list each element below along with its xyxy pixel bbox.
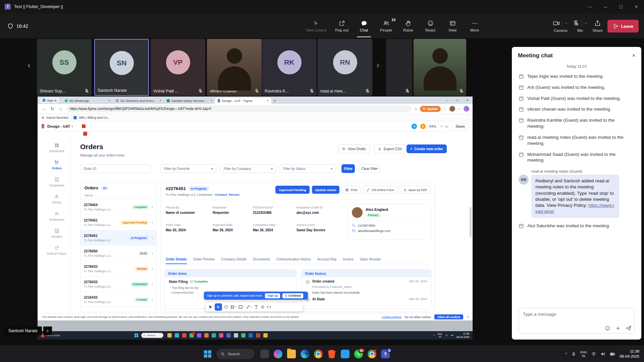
order-row: 2216433TL Flex Holdings LLC Created › bbox=[80, 292, 156, 307]
pop-out-button[interactable]: Pop out bbox=[331, 13, 353, 39]
start-button[interactable] bbox=[204, 350, 211, 358]
status-badge: Submitted bbox=[130, 282, 149, 287]
battery-icon[interactable] bbox=[610, 351, 615, 357]
contact-avatar bbox=[352, 207, 363, 218]
history-event-date: Mar 26, 2024 bbox=[409, 280, 427, 283]
page-title: Orders bbox=[80, 143, 103, 151]
app-icon bbox=[204, 333, 209, 338]
volume-icon[interactable] bbox=[600, 351, 606, 357]
attach-plus-icon[interactable] bbox=[615, 325, 621, 331]
send-icon[interactable] bbox=[626, 325, 632, 331]
react-button[interactable]: React bbox=[419, 13, 441, 39]
chat-close-icon[interactable]: × bbox=[632, 53, 635, 59]
system-message: Tejas Ingle was invited to the meeting. bbox=[519, 73, 635, 79]
maximize-button[interactable]: □ bbox=[613, 0, 629, 13]
chevron-down-icon[interactable] bbox=[584, 21, 588, 25]
message-sender-name: read.ai meeting notes (Guest) bbox=[531, 169, 635, 173]
edge-icon[interactable] bbox=[301, 350, 309, 358]
share-button[interactable]: Share bbox=[592, 20, 603, 33]
raise-hand-button[interactable]: Raise bbox=[397, 13, 419, 39]
browser-tab: Sample Salary Structure with cal...× bbox=[164, 98, 215, 104]
chevron-down-icon: ▾ bbox=[243, 306, 245, 308]
chrome-icon[interactable] bbox=[314, 350, 323, 358]
participant-tile[interactable]: VP Vishal Patil ... bbox=[151, 39, 205, 96]
mic-button[interactable]: Mic bbox=[573, 20, 588, 33]
camera-button[interactable]: Camera bbox=[553, 20, 568, 33]
brave-icon[interactable] bbox=[327, 350, 336, 358]
order-item-status: Complete bbox=[194, 280, 208, 283]
chevron-down-icon[interactable] bbox=[564, 21, 568, 25]
chat-input-box[interactable] bbox=[519, 308, 635, 334]
view-layout-icon bbox=[449, 20, 456, 26]
figma-present-icon: ▷ bbox=[446, 124, 448, 128]
chat-message-list[interactable]: Today 11:21 Tejas Ingle was invited to t… bbox=[512, 64, 641, 229]
minimize-button[interactable]: – bbox=[598, 0, 613, 13]
copilot-icon[interactable] bbox=[274, 350, 282, 358]
order-id: 2278450 bbox=[84, 249, 138, 253]
chat-button[interactable]: Chat bbox=[353, 13, 375, 39]
more-button[interactable]: More bbox=[464, 13, 486, 39]
tray-chevron-icon: ^ bbox=[434, 334, 435, 337]
mic-off-icon bbox=[459, 88, 464, 94]
mic-off-icon bbox=[254, 88, 259, 94]
selected-tool-icon bbox=[215, 303, 222, 311]
avatar: SS bbox=[52, 50, 76, 74]
language-indicator[interactable]: ENGIN bbox=[580, 350, 587, 358]
frame-tool-icon bbox=[230, 305, 235, 309]
vscode-icon[interactable] bbox=[341, 350, 350, 358]
participant-tile-video[interactable] bbox=[414, 39, 466, 96]
message-bubble: Redberyl and Santosh added read.ai meeti… bbox=[531, 175, 619, 218]
calendar-icon bbox=[519, 96, 524, 101]
system-message: Mohammad Saad (Guest) was invited to the… bbox=[519, 152, 635, 164]
order-history-panel: Order history Order created Mar 26, 2024… bbox=[301, 269, 431, 309]
participant-tile-partial[interactable] bbox=[386, 39, 412, 96]
close-button[interactable]: × bbox=[629, 0, 644, 13]
taskbar-search-box[interactable]: Search bbox=[217, 349, 254, 359]
participant-name: Ravindra K... bbox=[265, 89, 289, 94]
sheets-favicon bbox=[167, 99, 170, 102]
app-icon[interactable] bbox=[260, 350, 269, 358]
participant-tile-video[interactable]: vikram chavan bbox=[207, 39, 262, 96]
file-explorer-icon[interactable] bbox=[287, 350, 296, 358]
app-icon bbox=[241, 333, 246, 338]
scroll-left-icon[interactable]: ‹ bbox=[28, 60, 31, 70]
filter-company-select: Filter by Company▾ bbox=[220, 164, 276, 173]
emoji-icon[interactable] bbox=[605, 325, 610, 331]
view-button[interactable]: View bbox=[441, 13, 464, 39]
app-icon bbox=[197, 333, 201, 338]
wifi-icon[interactable] bbox=[591, 351, 596, 357]
order-row: 2279451TL Flex Holdings LLC Approval Pen… bbox=[80, 215, 156, 230]
calendar-icon bbox=[519, 118, 524, 123]
tray-chevron-icon[interactable]: ^ bbox=[565, 352, 567, 356]
people-button[interactable]: People 10 bbox=[375, 13, 397, 39]
chevron-right-icon: › bbox=[152, 282, 153, 287]
leave-button[interactable]: Leave bbox=[607, 20, 639, 33]
whatsapp-icon[interactable]: 81 bbox=[354, 350, 363, 358]
filter-status-select: Filter by Status▾ bbox=[280, 164, 336, 173]
titlebar-more-icon[interactable]: ⋯ bbox=[582, 0, 598, 13]
participant-tile[interactable]: RK Ravindra K... bbox=[262, 39, 317, 96]
volume-icon bbox=[451, 334, 454, 337]
chat-message-input[interactable] bbox=[519, 308, 634, 320]
teams-icon[interactable]: T 1 bbox=[381, 350, 390, 358]
mic-tray-icon[interactable] bbox=[571, 352, 576, 357]
participant-tile[interactable]: SS Shivani Sup... bbox=[37, 39, 92, 96]
mic-off-icon bbox=[198, 88, 203, 94]
order-company: TL Flex Holdings LLC bbox=[84, 239, 129, 242]
taskbar-clock[interactable]: 11:3808-04-2025 bbox=[620, 349, 639, 359]
meeting-timer-value: 16:42 bbox=[16, 23, 28, 29]
order-row: 2278433TL Flex Holdings LLC Review › bbox=[80, 261, 156, 277]
app-icon bbox=[175, 333, 179, 338]
chrome-icon[interactable] bbox=[368, 350, 376, 358]
app-icon bbox=[167, 333, 172, 338]
order-actions: Approval Pending Update status Print Fil… bbox=[275, 186, 431, 194]
chat-panel-title: Meeting chat bbox=[518, 52, 553, 59]
presenter-pin-icon[interactable]: + bbox=[43, 326, 52, 335]
mic-off-icon bbox=[84, 88, 89, 94]
take-control-button[interactable]: Take control bbox=[301, 13, 331, 39]
participant-tile-active-speaker[interactable]: SN Santosh Narate bbox=[94, 39, 149, 96]
participant-tile[interactable]: RN read.ai mee... bbox=[318, 39, 372, 96]
update-status-button: Update status bbox=[312, 186, 340, 194]
scroll-right-icon[interactable]: › bbox=[376, 60, 379, 70]
app-icon bbox=[256, 333, 260, 338]
